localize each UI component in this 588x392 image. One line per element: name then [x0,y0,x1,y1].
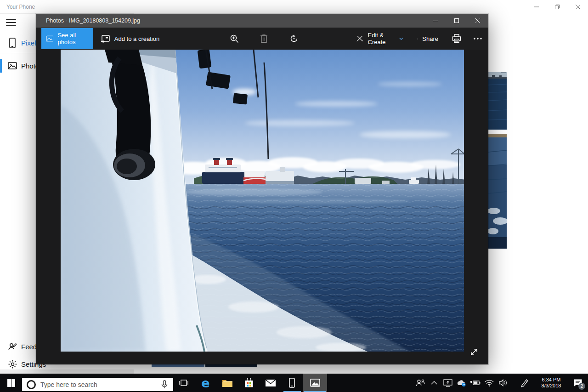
photo-thumbnail[interactable] [205,364,257,367]
rotate-icon [289,34,299,43]
see-all-photos-button[interactable]: See all photos [41,28,93,49]
maximize-button[interactable] [446,14,467,28]
close-button[interactable] [467,14,488,28]
fullscreen-button[interactable] [469,347,480,358]
file-explorer-button[interactable] [216,374,238,392]
taskbar-search-box[interactable] [22,378,173,391]
photo-thumbnail[interactable] [152,364,204,367]
printer-icon [452,34,461,43]
photos-toolbar: See all photos Add to a creation Edit & … [36,28,488,50]
rotate-button[interactable] [285,28,303,49]
zoom-button[interactable] [225,28,243,49]
print-button[interactable] [447,28,466,49]
mail-button[interactable] [260,374,281,392]
onedrive-button[interactable] [455,374,469,392]
windows-logo-icon [7,379,15,387]
edge-icon: e [201,377,209,389]
chevron-down-icon [399,37,403,40]
photo-thumbnail[interactable] [488,72,507,130]
people-icon [415,379,425,387]
start-button[interactable] [0,374,22,392]
photo-icon [46,35,53,42]
battery-charging-icon [470,379,481,386]
search-input[interactable] [40,381,161,388]
ellipsis-icon [474,38,482,40]
photos-window: Photos - IMG_20180803_154209.jpg See all… [36,14,488,364]
microsoft-store-button[interactable] [238,374,260,392]
photo-viewer-area [36,50,488,364]
restore-icon [554,4,560,10]
your-phone-titlebar: Your Phone [0,0,588,14]
trash-icon [260,34,268,43]
volume-button[interactable] [496,374,510,392]
photo-main[interactable] [61,50,464,352]
people-button[interactable] [413,374,427,392]
system-tray: 6:34 PM 8/3/2018 2 [413,374,588,392]
clock-date: 8/3/2018 [542,383,561,389]
phone-icon [6,38,18,48]
taskbar-clock[interactable]: 6:34 PM 8/3/2018 [535,374,568,392]
display-update-button[interactable] [441,374,455,392]
close-icon [475,18,481,23]
pen-icon [520,378,529,387]
share-label: Share [422,35,438,42]
edit-create-icon [356,34,364,43]
add-to-a-creation-button[interactable]: Add to a creation [96,28,164,49]
cortana-icon [26,379,37,390]
minimize-button[interactable] [526,0,547,14]
battery-button[interactable] [469,374,482,392]
share-icon [417,34,418,43]
wifi-icon [485,380,494,386]
hamburger-menu-button[interactable] [6,19,16,26]
sidebar-bottom-strip [0,369,134,374]
restore-button[interactable] [547,0,567,14]
wifi-button[interactable] [482,374,496,392]
action-center-button[interactable]: 2 [568,374,588,392]
windows-ink-button[interactable] [514,374,535,392]
feedback-icon [6,342,18,351]
folder-icon [222,379,233,387]
photos-app-button[interactable] [303,374,327,392]
your-phone-title: Your Phone [6,4,35,10]
desktop: Your Phone Pixel Photos Fe [0,0,588,392]
monitor-arrow-icon [443,379,452,387]
show-hidden-icons-button[interactable] [427,374,441,392]
see-more-button[interactable] [469,28,487,49]
notification-badge: 2 [578,383,585,390]
share-button[interactable]: Share [413,28,443,49]
taskbar: e [0,374,588,392]
expand-icon [469,347,479,357]
photos-window-controls [425,14,488,28]
minimize-icon [534,4,539,10]
gear-icon [6,360,18,369]
edit-and-create-button[interactable]: Edit & Create [352,28,408,49]
close-icon [575,4,581,10]
your-phone-app-button[interactable] [281,374,303,392]
maximize-icon [454,18,459,23]
edit-and-create-label: Edit & Create [368,32,396,45]
mail-icon [265,379,276,387]
close-button[interactable] [567,0,588,14]
phone-icon [289,378,295,388]
minimize-button[interactable] [425,14,446,28]
photo-icon [6,62,18,69]
photos-icon [310,379,320,387]
microphone-icon[interactable] [161,380,168,389]
task-view-button[interactable] [174,374,194,392]
speaker-icon [499,379,508,386]
photos-titlebar[interactable]: Photos - IMG_20180803_154209.jpg [36,14,488,28]
delete-button[interactable] [254,28,273,49]
edge-browser-button[interactable]: e [195,374,216,392]
task-view-icon [179,379,188,387]
harbor-photo-image [61,50,464,352]
your-phone-window-controls [526,0,588,14]
chevron-up-icon [431,381,437,385]
zoom-icon [230,34,239,43]
minimize-icon [433,18,438,23]
store-icon [244,378,254,388]
photo-thumbnail[interactable] [488,134,507,249]
clock-time: 6:34 PM [542,377,561,383]
photos-window-title: Photos - IMG_20180803_154209.jpg [46,17,140,24]
onedrive-cloud-icon [457,379,467,387]
add-to-a-creation-label: Add to a creation [114,35,159,42]
